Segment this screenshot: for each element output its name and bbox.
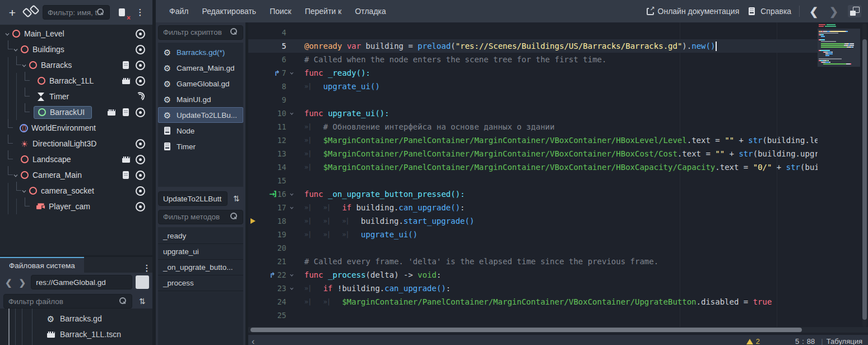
scene-node-row[interactable]: Barracks (0, 57, 152, 73)
eye-icon[interactable] (136, 108, 145, 117)
signal-icon[interactable] (136, 92, 145, 102)
menu-0[interactable]: Файл (163, 4, 195, 18)
script-list-item[interactable]: Timer (158, 139, 243, 154)
code-line[interactable]: 12$MarginContainer/PanelContainer/Margin… (248, 134, 818, 147)
code-line[interactable]: 13$MarginContainer/PanelContainer/Margin… (248, 147, 818, 160)
eye-icon[interactable] (136, 61, 145, 70)
code-line[interactable]: 10func upgrate_ui(): (248, 107, 818, 120)
method-list-item[interactable]: upgrate_ui (158, 244, 243, 260)
script-list-item[interactable]: UpdateTo2LLBu... (158, 107, 243, 123)
panel-left-chevron-icon[interactable]: ‹ (252, 337, 254, 345)
code-line[interactable]: 15 (248, 174, 818, 187)
code-line[interactable]: 19upgrate_ui() (248, 228, 818, 241)
scene-node-row[interactable]: Camera_Main (0, 167, 152, 183)
scene-node-row[interactable]: Main_Level (0, 26, 152, 42)
file-filter-input[interactable] (3, 294, 132, 309)
add-node-icon[interactable] (6, 6, 19, 19)
warning-icon[interactable] (746, 339, 753, 344)
gutter-marker-slot[interactable] (248, 218, 257, 224)
eye-icon[interactable] (136, 76, 145, 86)
help-button[interactable]: Справка (747, 7, 791, 16)
method-list-item[interactable]: _process (158, 275, 243, 291)
fold-chevron-icon[interactable] (290, 192, 293, 195)
fold-chevron-icon[interactable] (290, 71, 293, 74)
eye-icon[interactable] (136, 171, 145, 180)
code-line[interactable]: 20 (248, 241, 818, 255)
horizontal-scrollbar-thumb[interactable] (250, 328, 802, 332)
toggle-split-mode-icon[interactable] (136, 275, 149, 289)
code-line[interactable]: 6# Called when the node enters the scene… (248, 53, 818, 66)
chevron-down-icon[interactable] (5, 31, 9, 35)
vertical-scrollbar[interactable] (862, 24, 867, 327)
method-list-item[interactable]: _on_upgrate_butto... (158, 260, 243, 275)
history-forward-icon[interactable]: ❯ (828, 6, 840, 17)
eye-icon[interactable] (136, 139, 145, 149)
eye-icon[interactable] (136, 186, 145, 196)
eye-icon[interactable] (136, 29, 145, 39)
code-line[interactable]: 24$MarginContainer/PanelContainer/Margin… (248, 295, 818, 309)
tab-filesystem[interactable]: Файловая система (0, 257, 84, 273)
file-row[interactable]: Barracks.gd (0, 311, 152, 326)
code-line[interactable]: 25 (248, 309, 818, 322)
scene-node-row[interactable]: Timer (0, 89, 152, 104)
scene-node-row[interactable]: Player_cam (0, 199, 152, 214)
code-line[interactable]: 14$MarginContainer/PanelContainer/Margin… (248, 160, 818, 174)
resource-path-field[interactable] (31, 275, 132, 289)
menu-4[interactable]: Отладка (348, 4, 392, 18)
menu-3[interactable]: Перейти к (298, 4, 349, 18)
instantiate-scene-icon[interactable] (24, 6, 38, 19)
online-docs-button[interactable]: Онлайн документация (647, 7, 740, 16)
code-line[interactable]: 21# Called every frame. 'delta' is the e… (248, 255, 818, 268)
horizontal-scrollbar[interactable] (248, 327, 868, 333)
script-icon[interactable] (121, 61, 131, 70)
fold-chevron-icon[interactable] (290, 111, 293, 114)
menu-2[interactable]: Поиск (263, 4, 298, 18)
script-list-item[interactable]: MainUI.gd (158, 91, 243, 107)
code-line[interactable]: 5@onready var building = preload("res://… (248, 39, 818, 53)
scene-node-row[interactable]: WorldEnvironment (0, 120, 152, 136)
script-icon[interactable] (121, 171, 131, 180)
fs-back-icon[interactable]: ❮ (3, 278, 14, 287)
vertical-scrollbar-thumb[interactable] (862, 39, 867, 320)
code-line[interactable]: →]16func _on_upgrate_button_pressed(): (248, 187, 818, 201)
method-list-item[interactable]: _ready (158, 228, 243, 244)
scene-node-row[interactable]: DirectionalLight3D (0, 136, 152, 151)
clapper-icon[interactable] (106, 108, 116, 117)
chevron-down-icon[interactable] (13, 47, 17, 51)
code-line[interactable]: 8upgrate_ui() (248, 80, 818, 93)
fs-forward-icon[interactable]: ❯ (17, 278, 28, 287)
eye-icon[interactable] (136, 202, 145, 211)
eye-icon[interactable] (136, 45, 145, 54)
code-line[interactable]: ↱22func _process(delta) -> void: (248, 268, 818, 282)
fold-chevron-icon[interactable] (290, 205, 293, 209)
make-floating-button[interactable] (848, 5, 861, 17)
menu-1[interactable]: Редактировать (195, 4, 263, 18)
file-row[interactable]: Barrack_1LL.tscn (0, 326, 152, 342)
script-list-item[interactable]: GameGlobal.gd (158, 76, 243, 91)
warning-count[interactable]: 2 (756, 337, 760, 345)
chevron-down-icon[interactable] (13, 173, 17, 177)
eye-icon[interactable] (136, 155, 145, 164)
filesystem-menu-icon[interactable] (141, 263, 152, 273)
chevron-down-icon[interactable] (22, 63, 26, 67)
code-line[interactable]: 18building.start_upgrade() (248, 214, 818, 228)
code-line[interactable]: 4 (248, 26, 818, 39)
detach-script-icon[interactable] (115, 6, 128, 19)
code-editor[interactable]: 45@onready var building = preload("res:/… (248, 22, 868, 335)
script-list-item[interactable]: Barracks.gd(*) (158, 44, 243, 60)
history-back-icon[interactable]: ❮ (807, 6, 820, 17)
code-line[interactable]: 11# Обновление интерфейса на основе данн… (248, 120, 818, 134)
code-line[interactable]: ↱7func _ready(): (248, 66, 818, 80)
indent-type[interactable]: Табуляция (827, 337, 862, 345)
script-name-field[interactable] (158, 191, 228, 206)
scene-node-row[interactable]: Buildings (0, 42, 152, 57)
code-line[interactable]: 23if !building.can_upgrade(): (248, 282, 818, 295)
code-line[interactable]: 17if building.can_upgrade(): (248, 201, 818, 214)
clapper-icon[interactable] (121, 76, 131, 86)
scene-node-row[interactable]: camera_socket (0, 183, 152, 199)
scene-dock-menu-icon[interactable] (133, 6, 147, 19)
script-list-item[interactable]: Node (158, 123, 243, 139)
scene-node-row[interactable]: BarrackUI (0, 104, 152, 120)
file-sort-icon[interactable] (136, 295, 149, 308)
scene-node-row[interactable]: Barrack_1LL (0, 73, 152, 89)
